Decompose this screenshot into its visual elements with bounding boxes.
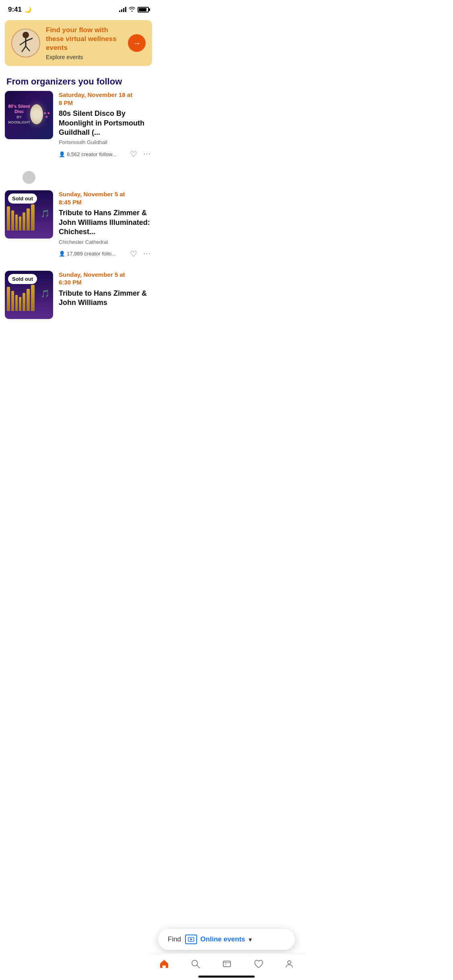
svg-line-5 xyxy=(26,46,30,51)
event-date: Sunday, November 5 at6:30 PM xyxy=(59,271,152,286)
event-name: Tribute to Hans Zimmer & John Williams I… xyxy=(59,208,152,237)
event-meta: 👤 8,562 creator follow... ♡ ··· xyxy=(59,148,152,160)
banner-avatar xyxy=(11,29,40,58)
more-button[interactable]: ··· xyxy=(143,249,152,258)
event-name: Tribute to Hans Zimmer & John Williams xyxy=(59,289,152,308)
banner-text: Find your flow with these virtual wellne… xyxy=(46,26,122,60)
section-title: From organizers you follow xyxy=(0,69,157,91)
status-time: 9:41 🌙 xyxy=(8,6,31,14)
wellness-banner[interactable]: Find your flow with these virtual wellne… xyxy=(5,20,152,66)
favorite-button[interactable]: ♡ xyxy=(129,148,138,160)
event-meta: 👤 17,989 creator follo... ♡ ··· xyxy=(59,248,152,259)
event-info: Sunday, November 5 at8:45 PM Tribute to … xyxy=(59,190,152,259)
battery-icon xyxy=(138,7,149,12)
event-followers: 👤 17,989 creator follo... xyxy=(59,251,126,257)
status-bar: 9:41 🌙 xyxy=(0,0,157,17)
event-date: Saturday, November 18 at8 PM xyxy=(59,91,152,107)
wifi-icon xyxy=(129,6,135,13)
event-venue: Chichester Cathedral xyxy=(59,239,152,245)
svg-line-3 xyxy=(26,38,33,41)
favorite-button[interactable]: ♡ xyxy=(129,248,138,259)
dot-indicator xyxy=(23,171,35,184)
person-icon: 👤 xyxy=(59,251,65,257)
event-info: Saturday, November 18 at8 PM 80s Silent … xyxy=(59,91,152,160)
sold-out-badge: Sold out xyxy=(8,274,37,284)
banner-title: Find your flow with these virtual wellne… xyxy=(46,26,122,52)
banner-arrow-button[interactable]: → xyxy=(128,34,146,52)
event-image-wrap[interactable]: 🎵 Sold out xyxy=(5,190,53,239)
svg-line-4 xyxy=(22,46,26,52)
banner-subtitle: Explore events xyxy=(46,54,122,60)
event-actions[interactable]: ♡ ··· xyxy=(129,248,152,259)
more-button[interactable]: ··· xyxy=(143,150,152,159)
moon-icon: 🌙 xyxy=(25,6,31,13)
event-name: 80s Silent Disco By Moonlight in Portsmo… xyxy=(59,109,152,137)
event-thumbnail[interactable]: 80's Silent DiscBY MOONLIGHT ★ ★ ★ xyxy=(5,91,53,139)
svg-line-2 xyxy=(20,41,26,45)
event-date: Sunday, November 5 at8:45 PM xyxy=(59,190,152,206)
person-icon: 👤 xyxy=(59,151,65,157)
event-actions[interactable]: ♡ ··· xyxy=(129,148,152,160)
svg-point-0 xyxy=(23,32,29,38)
status-icons xyxy=(119,6,149,13)
sold-out-badge: Sold out xyxy=(8,194,37,204)
event-list: 80's Silent DiscBY MOONLIGHT ★ ★ ★ Satur… xyxy=(0,91,157,319)
event-item: 🎵 Sold out Sunday, November 5 at6:30 PM … xyxy=(5,271,152,319)
event-followers: 👤 8,562 creator follow... xyxy=(59,151,126,157)
signal-icon xyxy=(119,7,126,12)
event-venue: Portsmouth Guildhall xyxy=(59,139,152,145)
event-image-wrap[interactable]: 80's Silent DiscBY MOONLIGHT ★ ★ ★ xyxy=(5,91,53,139)
event-item: 80's Silent DiscBY MOONLIGHT ★ ★ ★ Satur… xyxy=(5,91,152,160)
event-image-wrap[interactable]: 🎵 Sold out xyxy=(5,271,53,319)
event-item: 🎵 Sold out Sunday, November 5 at8:45 PM … xyxy=(5,190,152,259)
event-info: Sunday, November 5 at6:30 PM Tribute to … xyxy=(59,271,152,310)
